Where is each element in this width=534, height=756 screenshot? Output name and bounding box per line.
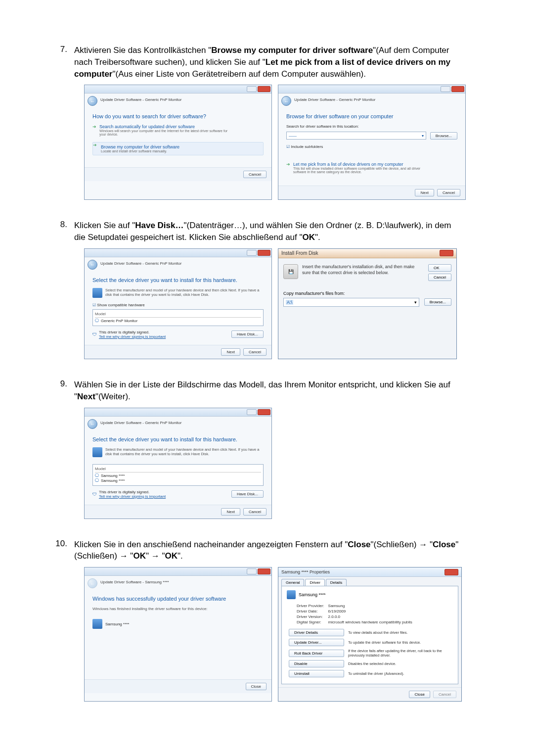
list-item[interactable]: Generic PnP Monitor [95, 319, 261, 323]
have-disk-button[interactable]: Have Disk... [231, 490, 264, 498]
model-listbox[interactable]: Model Generic PnP Monitor [92, 309, 264, 326]
have-disk-button[interactable]: Have Disk... [231, 331, 264, 338]
browse-button[interactable]: Browse... [424, 298, 451, 306]
monitor-icon [92, 447, 102, 457]
dialog-install-from-disk: Install From Disk 💾 Insert the manufactu… [278, 248, 457, 359]
driver-info-table: Driver Provider:Samsung Driver Date:6/19… [297, 603, 416, 625]
select-driver-hint: Select the manufacturer and model of you… [105, 288, 264, 298]
model-column-header: Model [95, 312, 261, 318]
close-icon[interactable] [258, 568, 270, 574]
close-button[interactable]: Close [409, 691, 430, 698]
driver-details-button[interactable]: Driver Details [289, 629, 344, 636]
update-driver-desc: To update the driver software for this d… [348, 640, 453, 645]
tab-general[interactable]: General [281, 579, 304, 586]
disable-desc: Disables the selected device. [348, 662, 453, 666]
close-icon[interactable] [445, 569, 458, 575]
option-let-me-pick[interactable]: Let me pick from a list of device driver… [286, 162, 457, 174]
back-icon[interactable]: ← [88, 419, 97, 429]
dialog-select-driver: ← Update Driver Software - Generic PnP M… [84, 248, 272, 359]
monitor-icon [92, 288, 102, 298]
dialog-heading: Select the device driver you want to ins… [92, 436, 264, 442]
include-subfolders-checkbox[interactable]: Include subfolders [286, 144, 457, 149]
minimize-icon[interactable] [247, 568, 257, 574]
rollback-driver-button[interactable]: Roll Back Driver [289, 650, 344, 657]
signed-label: This driver is digitally signed. [99, 330, 166, 334]
option-browse-computer[interactable]: Browse my computer for driver software L… [92, 142, 264, 155]
dialog-breadcrumb: Update Driver Software - Generic PnP Mon… [100, 97, 181, 102]
show-compatible-checkbox[interactable]: Show compatible hardware [92, 303, 264, 307]
close-button[interactable]: Close [246, 683, 267, 690]
signing-info-link[interactable]: Tell me why driver signing is important [99, 494, 166, 499]
dialog-title: Install From Disk [281, 250, 318, 256]
step-10-number: 10. [54, 539, 74, 549]
step-8-number: 8. [54, 220, 74, 230]
dialog-heading: Windows has successfully updated your dr… [92, 596, 264, 602]
location-input[interactable]: ——▾ [286, 132, 426, 140]
install-disk-message: Insert the manufacturer's installation d… [302, 264, 419, 281]
minimize-icon[interactable] [441, 86, 450, 92]
dialog-device-properties: Samsung **** Properties General Driver D… [278, 567, 462, 702]
option-search-auto[interactable]: Search automatically for updated driver … [92, 124, 264, 136]
browse-button[interactable]: Browse... [430, 132, 457, 140]
step-9-text: Wählen Sie in der Liste der Bildschirme … [74, 379, 460, 403]
monitor-icon [92, 619, 102, 629]
signed-label: This driver is digitally signed. [99, 490, 166, 494]
cancel-button[interactable]: Cancel [428, 274, 451, 281]
close-icon[interactable] [258, 409, 270, 415]
back-icon[interactable]: ← [88, 260, 97, 270]
search-location-label: Search for driver software in this locat… [286, 124, 457, 129]
cancel-button: Cancel [433, 691, 456, 698]
dialog-title: Samsung **** Properties [281, 569, 330, 574]
signing-info-link[interactable]: Tell me why driver signing is important [99, 334, 166, 339]
disk-icon: 💾 [283, 264, 298, 279]
dialog-heading: How do you want to search for driver sof… [92, 113, 264, 119]
minimize-icon[interactable] [247, 250, 257, 256]
close-icon[interactable] [440, 250, 453, 256]
cancel-button[interactable]: Cancel [437, 189, 460, 196]
steps-list: 7. Aktivieren Sie das Kontrollkästchen "… [54, 45, 494, 702]
dialog-heading: Select the device driver you want to ins… [92, 277, 264, 283]
dialog-update-success: ← Update Driver Software - Samsung **** … [84, 567, 272, 702]
cancel-button[interactable]: Cancel [243, 171, 267, 178]
path-input[interactable]: A:\▾ [283, 298, 419, 307]
tab-driver[interactable]: Driver [305, 579, 324, 586]
disable-button[interactable]: Disable [289, 660, 344, 667]
uninstall-desc: To uninstall the driver (Advanced). [348, 671, 453, 676]
minimize-icon[interactable] [247, 86, 257, 92]
dialog-select-model: ← Update Driver Software - Generic PnP M… [84, 408, 272, 519]
dialog-breadcrumb: Update Driver Software - Generic PnP Mon… [294, 97, 375, 102]
device-name: Samsung **** [105, 622, 129, 626]
cancel-button[interactable]: Cancel [243, 508, 267, 516]
tab-details[interactable]: Details [326, 579, 347, 586]
select-driver-hint: Select the manufacturer and model of you… [105, 447, 264, 457]
step-7-number: 7. [54, 45, 74, 54]
step-7-text: Aktivieren Sie das Kontrollkästchen "Bro… [74, 45, 460, 80]
minimize-icon[interactable] [247, 409, 257, 415]
dialog-breadcrumb: Update Driver Software - Samsung **** [100, 580, 169, 584]
dialog-search-method: ← Update Driver Software - Generic PnP M… [84, 85, 272, 200]
dialog-heading: Browse for driver software on your compu… [286, 113, 457, 119]
ok-button[interactable]: OK [428, 264, 451, 272]
dialog-breadcrumb: Update Driver Software - Generic PnP Mon… [100, 261, 181, 266]
model-listbox[interactable]: Model Samsung **** Samsung **** [92, 464, 264, 486]
step-8-text: Klicken Sie auf "Have Disk…"(Datenträger… [74, 220, 460, 243]
update-driver-button[interactable]: Update Driver... [289, 639, 344, 646]
dialog-breadcrumb: Update Driver Software - Generic PnP Mon… [100, 421, 181, 425]
close-icon[interactable] [451, 86, 464, 92]
cancel-button[interactable]: Cancel [243, 348, 267, 356]
close-icon[interactable] [258, 86, 270, 92]
list-item[interactable]: Samsung **** [95, 478, 261, 483]
monitor-icon [287, 590, 296, 599]
uninstall-button[interactable]: Uninstall [289, 670, 344, 677]
rollback-driver-desc: If the device fails after updating the d… [348, 649, 453, 658]
step-10-text: Klicken Sie in den anschießend nacheinan… [74, 539, 460, 563]
step-9-number: 9. [54, 379, 74, 389]
next-button[interactable]: Next [221, 348, 240, 356]
close-icon[interactable] [258, 250, 270, 256]
next-button[interactable]: Next [221, 508, 240, 516]
device-name: Samsung **** [299, 592, 326, 597]
next-button[interactable]: Next [415, 189, 434, 196]
list-item[interactable]: Samsung **** [95, 473, 261, 478]
copy-from-label: Copy manufacturer's files from: [283, 291, 451, 296]
success-line: Windows has finished installing the driv… [92, 607, 264, 611]
